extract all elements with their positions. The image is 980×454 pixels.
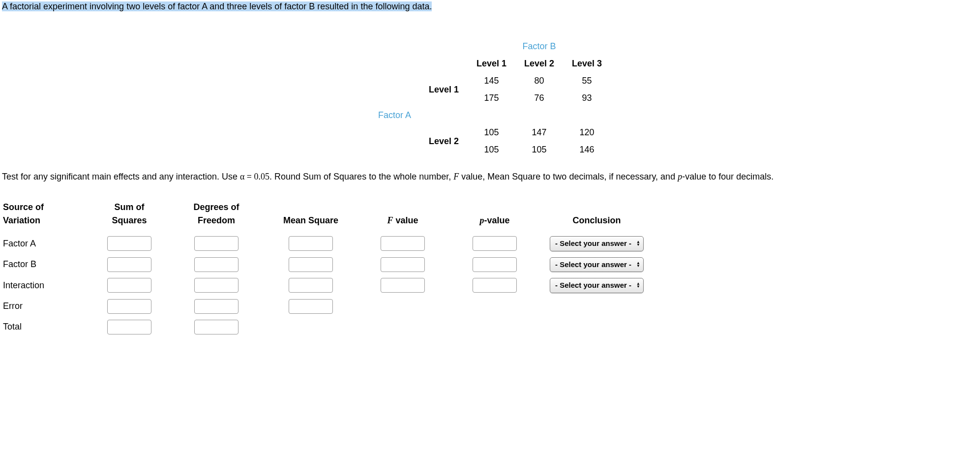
input-ss-interaction[interactable] [107, 278, 151, 293]
col-header-level1: Level 1 [468, 55, 515, 72]
input-p-factor-b[interactable] [473, 257, 517, 272]
input-df-error[interactable] [194, 299, 238, 314]
data-cell: 93 [563, 90, 611, 107]
anova-row-interaction: Interaction - Select your answer - ▲▼ [2, 275, 653, 296]
updown-icon: ▲▼ [636, 282, 640, 288]
header-degrees-freedom: Degrees ofFreedom [176, 200, 266, 233]
intro-text: A factorial experiment involving two lev… [2, 1, 432, 11]
input-df-interaction[interactable] [194, 278, 238, 293]
input-ss-factor-a[interactable] [107, 236, 151, 251]
data-cell: 146 [563, 141, 611, 158]
header-f-value: F value [365, 200, 449, 233]
select-conclusion-interaction[interactable]: - Select your answer - ▲▼ [550, 278, 644, 293]
input-p-factor-a[interactable] [473, 236, 517, 251]
anova-row-total: Total [2, 317, 653, 337]
input-p-interaction[interactable] [473, 278, 517, 293]
select-conclusion-factor-a[interactable]: - Select your answer - ▲▼ [550, 236, 644, 251]
updown-icon: ▲▼ [636, 262, 640, 268]
updown-icon: ▲▼ [636, 241, 640, 246]
anova-row-factor-a: Factor A - Select your answer - ▲▼ [2, 233, 653, 254]
header-sum-squares: Sum ofSquares [91, 200, 176, 233]
row-label: Total [2, 317, 91, 337]
input-df-factor-a[interactable] [194, 236, 238, 251]
header-mean-square: Mean Square [266, 200, 365, 233]
row-label: Factor A [2, 233, 91, 254]
anova-table: Source ofVariation Sum ofSquares Degrees… [2, 200, 653, 337]
select-conclusion-factor-b[interactable]: - Select your answer - ▲▼ [550, 257, 644, 272]
input-ms-factor-a[interactable] [289, 236, 333, 251]
row-header-level2: Level 2 [420, 124, 468, 158]
anova-row-factor-b: Factor B - Select your answer - ▲▼ [2, 254, 653, 275]
row-label: Error [2, 296, 91, 317]
data-cell: 105 [468, 124, 515, 141]
instructions-text: Test for any significant main effects an… [2, 168, 978, 185]
data-cell: 145 [468, 72, 515, 90]
data-cell: 80 [515, 72, 563, 90]
data-cell: 76 [515, 90, 563, 107]
row-label: Interaction [2, 275, 91, 296]
input-f-factor-a[interactable] [381, 236, 425, 251]
header-source: Source ofVariation [2, 200, 91, 233]
input-f-interaction[interactable] [381, 278, 425, 293]
experiment-data-table: Factor B Level 1 Level 2 Level 3 Level 1… [369, 38, 611, 158]
input-ms-factor-b[interactable] [289, 257, 333, 272]
input-f-factor-b[interactable] [381, 257, 425, 272]
header-conclusion: Conclusion [549, 200, 653, 233]
input-df-total[interactable] [194, 320, 238, 334]
input-ss-factor-b[interactable] [107, 257, 151, 272]
anova-row-error: Error [2, 296, 653, 317]
col-header-level2: Level 2 [515, 55, 563, 72]
input-ms-interaction[interactable] [289, 278, 333, 293]
data-cell: 105 [468, 141, 515, 158]
row-header-level1: Level 1 [420, 72, 468, 107]
data-table-container: Factor B Level 1 Level 2 Level 3 Level 1… [2, 38, 978, 158]
col-header-level3: Level 3 [563, 55, 611, 72]
input-df-factor-b[interactable] [194, 257, 238, 272]
input-ms-error[interactable] [289, 299, 333, 314]
data-cell: 120 [563, 124, 611, 141]
data-cell: 175 [468, 90, 515, 107]
row-label: Factor B [2, 254, 91, 275]
input-ss-error[interactable] [107, 299, 151, 314]
data-cell: 105 [515, 141, 563, 158]
factor-a-label: Factor A [369, 107, 420, 124]
data-cell: 55 [563, 72, 611, 90]
factor-b-label: Factor B [468, 38, 611, 55]
input-ss-total[interactable] [107, 320, 151, 334]
header-p-value: p-value [449, 200, 549, 233]
data-cell: 147 [515, 124, 563, 141]
